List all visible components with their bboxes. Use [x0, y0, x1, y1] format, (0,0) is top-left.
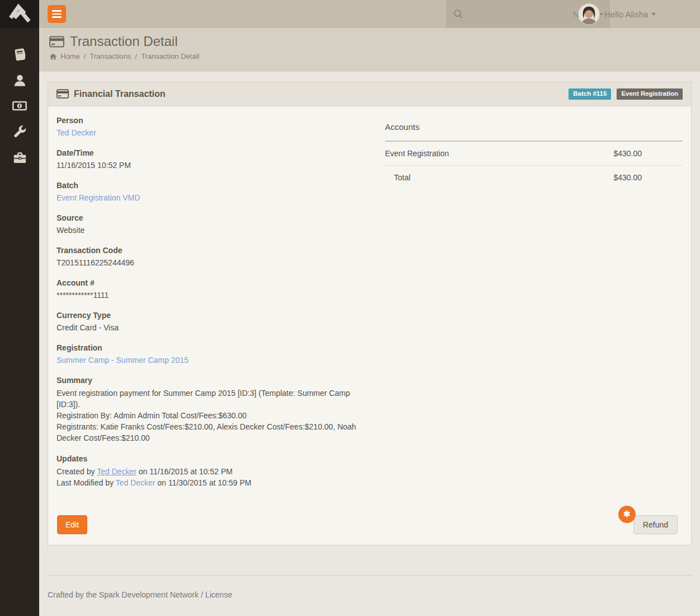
field-batch: Batch Event Registration VMD: [57, 180, 361, 203]
spark-network-link[interactable]: Spark Development Network: [99, 590, 199, 599]
person-link[interactable]: Ted Decker: [57, 128, 96, 137]
search-input[interactable]: [468, 10, 569, 19]
accounts-title: Accounts: [385, 122, 683, 142]
book-icon: [12, 47, 27, 62]
panel-body: Person Ted Decker Date/Time 11/16/2015 1…: [48, 106, 691, 498]
sidebar-item-finance[interactable]: [0, 93, 39, 119]
field-datetime: Date/Time 11/16/2015 10:52 PM: [57, 148, 361, 170]
field-person: Person Ted Decker: [57, 115, 361, 138]
rock-logo[interactable]: [0, 0, 39, 28]
breadcrumb-home[interactable]: Home: [60, 52, 80, 60]
total-label: Total: [385, 173, 613, 182]
registration-link[interactable]: Summer Camp - Summer Camp 2015: [57, 356, 189, 365]
total-amount: $430.00: [613, 173, 683, 182]
breadcrumb: Home / Transactions / Transaction Detail: [49, 52, 692, 60]
sidebar-nav: [0, 28, 39, 170]
accounts-total-row: Total $430.00: [385, 166, 683, 189]
detail-column: Person Ted Decker Date/Time 11/16/2015 1…: [57, 115, 370, 498]
refund-wrap: ✱ Refund: [633, 515, 678, 534]
asterisk-icon: ✱: [618, 506, 636, 523]
batch-badge[interactable]: Batch #115: [569, 88, 611, 100]
greeting: Hello Alisha: [604, 10, 656, 19]
menu-toggle-button[interactable]: [48, 5, 66, 23]
panel-actions: Edit ✱ Refund: [48, 498, 691, 545]
field-transaction-code: Transaction Code T20151116225244496: [57, 245, 361, 268]
panel-heading: Financial Transaction Batch #115 Event R…: [48, 82, 691, 106]
sidebar-item-workplace[interactable]: [0, 144, 39, 170]
panel-badges: Batch #115 Event Registration: [569, 88, 683, 100]
field-summary: Summary Event registration payment for S…: [57, 375, 361, 444]
footer: Crafted by the Spark Development Network…: [48, 590, 692, 599]
briefcase-icon: [12, 150, 27, 165]
field-currency-type: Currency Type Credit Card - Visa: [57, 310, 361, 333]
transaction-type-badge: Event Registration: [617, 88, 683, 100]
footer-divider: [48, 575, 692, 576]
main-content: Financial Transaction Batch #115 Event R…: [39, 72, 700, 616]
credit-card-icon: [49, 36, 64, 48]
avatar: [579, 4, 599, 25]
credit-card-icon: [57, 89, 69, 99]
field-source: Source Website: [57, 213, 361, 235]
summary-line: Registration By: Admin Admin Total Cost/…: [57, 410, 361, 421]
page-title: Transaction Detail: [49, 34, 692, 49]
search-icon: [453, 8, 464, 20]
modified-line: Last Modified by Ted Decker on 11/30/201…: [57, 477, 361, 488]
account-amount: $430.00: [613, 149, 683, 158]
sidebar: [0, 0, 39, 616]
page-header: Transaction Detail Home / Transactions /…: [39, 28, 700, 72]
sidebar-item-person[interactable]: [0, 67, 39, 93]
home-icon: [49, 53, 57, 60]
field-account-number: Account # ************1111: [57, 278, 361, 300]
sidebar-item-people-book[interactable]: [0, 41, 39, 67]
modified-by-link[interactable]: Ted Decker: [116, 478, 156, 487]
financial-transaction-panel: Financial Transaction Batch #115 Event R…: [48, 82, 692, 545]
field-registration: Registration Summer Camp - Summer Camp 2…: [57, 343, 361, 365]
account-row: Event Registration $430.00: [385, 142, 683, 166]
summary-line: Event registration payment for Summer Ca…: [57, 388, 361, 410]
edit-button[interactable]: Edit: [57, 515, 87, 534]
topbar: Name Hello Alisha: [39, 0, 700, 28]
refund-button[interactable]: Refund: [633, 515, 678, 534]
created-by-link[interactable]: Ted Decker: [97, 467, 137, 476]
field-updates: Updates Created by Ted Decker on 11/16/2…: [57, 454, 361, 488]
panel-title: Financial Transaction: [57, 89, 166, 99]
person-icon: [12, 73, 27, 88]
account-name: Event Registration: [385, 149, 613, 158]
hamburger-icon: [52, 10, 62, 12]
breadcrumb-transactions[interactable]: Transactions: [90, 52, 131, 60]
summary-line: Registrants: Katie Franks Cost/Fees:$210…: [57, 421, 361, 444]
created-line: Created by Ted Decker on 11/16/2015 at 1…: [57, 466, 361, 477]
breadcrumb-current: Transaction Detail: [141, 52, 199, 60]
license-link[interactable]: License: [205, 590, 232, 599]
sidebar-item-tools[interactable]: [0, 119, 39, 144]
greeting-label: Hello Alisha: [604, 10, 648, 19]
account-menu[interactable]: Hello Alisha: [571, 0, 700, 28]
wrench-icon: [12, 124, 27, 139]
money-icon: [12, 98, 27, 114]
batch-link[interactable]: Event Registration VMD: [57, 193, 140, 202]
rock-logo-icon: [8, 3, 31, 25]
chevron-down-icon: [651, 13, 656, 16]
accounts-column: Accounts Event Registration $430.00 Tota…: [370, 115, 683, 498]
